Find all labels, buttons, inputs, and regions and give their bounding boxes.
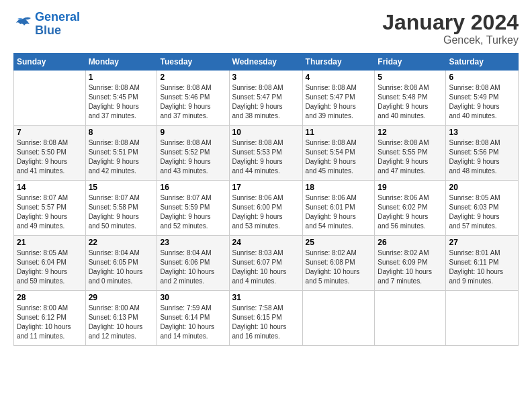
day-detail: Sunrise: 8:08 AMSunset: 5:50 PMDaylight:…: [17, 138, 83, 176]
calendar-cell: [446, 291, 519, 346]
calendar-cell: 28Sunrise: 8:00 AMSunset: 6:12 PMDayligh…: [14, 291, 86, 346]
day-number: 3: [232, 73, 300, 82]
header-thursday: Thursday: [302, 54, 375, 71]
calendar-cell: 5Sunrise: 8:08 AMSunset: 5:48 PMDaylight…: [375, 71, 446, 126]
day-detail: Sunrise: 8:08 AMSunset: 5:54 PMDaylight:…: [306, 138, 372, 176]
calendar-cell: 4Sunrise: 8:08 AMSunset: 5:47 PMDaylight…: [302, 71, 375, 126]
day-number: 31: [232, 293, 300, 302]
day-number: 25: [306, 238, 372, 247]
week-row-1: 1Sunrise: 8:08 AMSunset: 5:45 PMDaylight…: [14, 71, 519, 126]
day-detail: Sunrise: 8:08 AMSunset: 5:52 PMDaylight:…: [160, 138, 226, 176]
day-number: 27: [449, 238, 515, 247]
day-detail: Sunrise: 8:00 AMSunset: 6:13 PMDaylight:…: [89, 304, 154, 341]
day-number: 11: [306, 128, 372, 137]
calendar-cell: 29Sunrise: 8:00 AMSunset: 6:13 PMDayligh…: [85, 291, 157, 346]
calendar-cell: 6Sunrise: 8:08 AMSunset: 5:49 PMDaylight…: [446, 71, 519, 126]
day-number: 20: [449, 183, 515, 192]
day-number: 29: [89, 293, 154, 302]
day-detail: Sunrise: 8:08 AMSunset: 5:53 PMDaylight:…: [232, 138, 300, 176]
calendar-cell: 8Sunrise: 8:08 AMSunset: 5:51 PMDaylight…: [85, 126, 157, 181]
day-number: 28: [17, 293, 83, 302]
day-detail: Sunrise: 8:08 AMSunset: 5:51 PMDaylight:…: [89, 138, 154, 176]
day-detail: Sunrise: 8:00 AMSunset: 6:12 PMDaylight:…: [17, 304, 83, 341]
day-number: 13: [449, 128, 515, 137]
calendar-cell: 13Sunrise: 8:08 AMSunset: 5:56 PMDayligh…: [446, 126, 519, 181]
calendar-cell: 9Sunrise: 8:08 AMSunset: 5:52 PMDaylight…: [157, 126, 229, 181]
calendar-cell: [14, 71, 86, 126]
calendar-cell: 17Sunrise: 8:06 AMSunset: 6:00 PMDayligh…: [229, 181, 302, 236]
day-detail: Sunrise: 8:05 AMSunset: 6:03 PMDaylight:…: [449, 193, 515, 231]
day-detail: Sunrise: 7:58 AMSunset: 6:15 PMDaylight:…: [232, 304, 300, 341]
logo-blue: Blue: [35, 24, 80, 38]
calendar-cell: 14Sunrise: 8:07 AMSunset: 5:57 PMDayligh…: [14, 181, 86, 236]
title-block: January 2024 Gencek, Turkey: [382, 11, 519, 46]
logo-icon: [13, 16, 32, 32]
calendar-cell: 30Sunrise: 7:59 AMSunset: 6:14 PMDayligh…: [157, 291, 229, 346]
day-detail: Sunrise: 8:03 AMSunset: 6:07 PMDaylight:…: [232, 248, 300, 286]
calendar-cell: [375, 291, 446, 346]
day-number: 6: [449, 73, 515, 82]
day-number: 7: [17, 128, 83, 137]
calendar-cell: 1Sunrise: 8:08 AMSunset: 5:45 PMDaylight…: [85, 71, 157, 126]
day-number: 21: [17, 238, 83, 247]
page: General Blue January 2024 Gencek, Turkey…: [0, 0, 532, 411]
calendar-title: January 2024: [382, 11, 519, 34]
header-tuesday: Tuesday: [157, 54, 229, 71]
day-detail: Sunrise: 8:08 AMSunset: 5:47 PMDaylight:…: [232, 83, 300, 121]
header-friday: Friday: [375, 54, 446, 71]
calendar-cell: 12Sunrise: 8:08 AMSunset: 5:55 PMDayligh…: [375, 126, 446, 181]
day-number: 19: [378, 183, 443, 192]
header-saturday: Saturday: [446, 54, 519, 71]
day-number: 17: [232, 183, 300, 192]
day-detail: Sunrise: 8:08 AMSunset: 5:55 PMDaylight:…: [378, 138, 443, 176]
day-number: 8: [89, 128, 154, 137]
day-detail: Sunrise: 8:06 AMSunset: 6:01 PMDaylight:…: [306, 193, 372, 231]
day-number: 24: [232, 238, 300, 247]
header-wednesday: Wednesday: [229, 54, 302, 71]
logo: General Blue: [13, 11, 80, 38]
calendar-cell: 26Sunrise: 8:02 AMSunset: 6:09 PMDayligh…: [375, 236, 446, 291]
day-number: 18: [306, 183, 372, 192]
calendar-cell: 23Sunrise: 8:04 AMSunset: 6:06 PMDayligh…: [157, 236, 229, 291]
calendar-cell: 19Sunrise: 8:06 AMSunset: 6:02 PMDayligh…: [375, 181, 446, 236]
day-detail: Sunrise: 8:01 AMSunset: 6:11 PMDaylight:…: [449, 248, 515, 286]
week-row-5: 28Sunrise: 8:00 AMSunset: 6:12 PMDayligh…: [14, 291, 519, 346]
day-detail: Sunrise: 8:04 AMSunset: 6:06 PMDaylight:…: [160, 248, 226, 286]
day-number: 12: [378, 128, 443, 137]
day-number: 16: [160, 183, 226, 192]
calendar-table: SundayMondayTuesdayWednesdayThursdayFrid…: [13, 53, 519, 346]
day-detail: Sunrise: 8:04 AMSunset: 6:05 PMDaylight:…: [89, 248, 154, 286]
header: General Blue January 2024 Gencek, Turkey: [13, 11, 519, 46]
calendar-cell: 16Sunrise: 8:07 AMSunset: 5:59 PMDayligh…: [157, 181, 229, 236]
day-number: 22: [89, 238, 154, 247]
week-row-4: 21Sunrise: 8:05 AMSunset: 6:04 PMDayligh…: [14, 236, 519, 291]
calendar-cell: 18Sunrise: 8:06 AMSunset: 6:01 PMDayligh…: [302, 181, 375, 236]
day-number: 9: [160, 128, 226, 137]
calendar-cell: 3Sunrise: 8:08 AMSunset: 5:47 PMDaylight…: [229, 71, 302, 126]
week-row-3: 14Sunrise: 8:07 AMSunset: 5:57 PMDayligh…: [14, 181, 519, 236]
day-detail: Sunrise: 8:05 AMSunset: 6:04 PMDaylight:…: [17, 248, 83, 286]
calendar-cell: 31Sunrise: 7:58 AMSunset: 6:15 PMDayligh…: [229, 291, 302, 346]
calendar-cell: 27Sunrise: 8:01 AMSunset: 6:11 PMDayligh…: [446, 236, 519, 291]
week-row-2: 7Sunrise: 8:08 AMSunset: 5:50 PMDaylight…: [14, 126, 519, 181]
calendar-cell: 10Sunrise: 8:08 AMSunset: 5:53 PMDayligh…: [229, 126, 302, 181]
day-detail: Sunrise: 8:02 AMSunset: 6:08 PMDaylight:…: [306, 248, 372, 286]
day-number: 10: [232, 128, 300, 137]
day-detail: Sunrise: 8:08 AMSunset: 5:47 PMDaylight:…: [306, 83, 372, 121]
day-detail: Sunrise: 8:07 AMSunset: 5:58 PMDaylight:…: [89, 193, 154, 231]
calendar-cell: 7Sunrise: 8:08 AMSunset: 5:50 PMDaylight…: [14, 126, 86, 181]
day-number: 4: [306, 73, 372, 82]
day-number: 14: [17, 183, 83, 192]
day-number: 2: [160, 73, 226, 82]
logo-general: General: [35, 11, 80, 24]
header-sunday: Sunday: [14, 54, 86, 71]
day-detail: Sunrise: 8:02 AMSunset: 6:09 PMDaylight:…: [378, 248, 443, 286]
calendar-cell: 11Sunrise: 8:08 AMSunset: 5:54 PMDayligh…: [302, 126, 375, 181]
day-detail: Sunrise: 8:08 AMSunset: 5:46 PMDaylight:…: [160, 83, 226, 121]
day-detail: Sunrise: 7:59 AMSunset: 6:14 PMDaylight:…: [160, 304, 226, 341]
header-row: SundayMondayTuesdayWednesdayThursdayFrid…: [14, 54, 519, 71]
day-detail: Sunrise: 8:08 AMSunset: 5:56 PMDaylight:…: [449, 138, 515, 176]
calendar-cell: 2Sunrise: 8:08 AMSunset: 5:46 PMDaylight…: [157, 71, 229, 126]
calendar-cell: 20Sunrise: 8:05 AMSunset: 6:03 PMDayligh…: [446, 181, 519, 236]
day-detail: Sunrise: 8:06 AMSunset: 6:00 PMDaylight:…: [232, 193, 300, 231]
